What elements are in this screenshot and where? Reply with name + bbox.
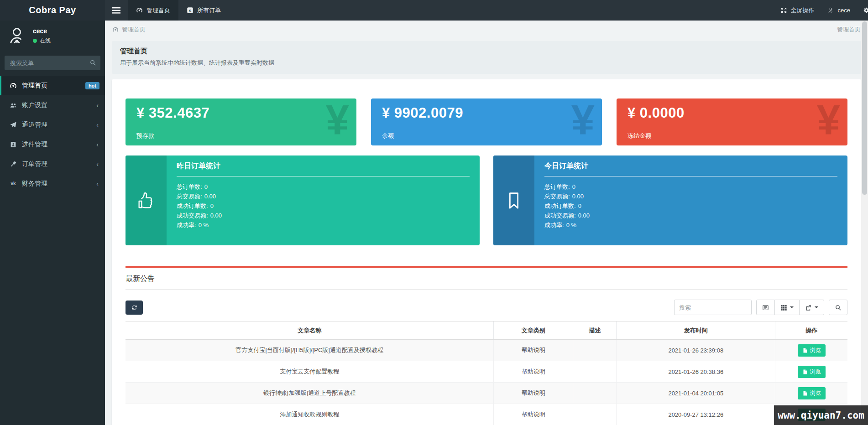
sidebar-menu: 管理首页 hot 账户设置 ‹ 通道管理 ‹ 进件管理 ‹ 订单管理 ‹ vk … (0, 76, 105, 193)
vk-icon: vk (10, 180, 17, 187)
sidebar-item-dashboard[interactable]: 管理首页 hot (0, 76, 105, 95)
table-row: 添加通知收款规则教程 帮助说明 2020-09-27 13:12:26 浏览 (125, 404, 847, 425)
id-card-icon (10, 141, 17, 148)
sidebar-user-panel: cece 在线 (0, 21, 105, 52)
table-toolbar (125, 300, 847, 315)
col-actions[interactable]: 操作 (775, 321, 847, 340)
table-header-row: 文章名称 文章类别 描述 发布时间 操作 (125, 321, 847, 340)
file-icon (802, 347, 808, 353)
sidebar-item-label: 财务管理 (22, 180, 47, 188)
col-description[interactable]: 描述 (573, 321, 617, 340)
search-button[interactable] (829, 300, 847, 315)
view-button[interactable]: 浏览 (798, 344, 826, 357)
main-content: 管理首页 管理首页 管理首页 用于展示当前系统中的统计数据、统计报表及重要实时数… (105, 21, 868, 425)
sidebar-item-label: 账户设置 (22, 101, 47, 109)
article-name: 官方支付宝[当面付版]/[H5版]/[PC版]通道配置及授权教程 (125, 340, 494, 361)
grid-columns-icon (780, 304, 787, 311)
search-icon[interactable] (89, 59, 96, 66)
breadcrumb-current[interactable]: 管理首页 (122, 26, 146, 34)
yen-icon: ¥ (326, 98, 349, 144)
sidebar-item-label: 管理首页 (22, 82, 47, 90)
settings-button[interactable] (857, 0, 868, 21)
sidebar-item-finance[interactable]: vk 财务管理 ‹ (0, 174, 105, 193)
tachometer-icon (136, 7, 143, 14)
publish-time: 2021-01-04 20:01:05 (617, 383, 775, 404)
view-button[interactable]: 浏览 (798, 366, 826, 378)
red-divider (125, 266, 847, 268)
topbar-tab-dashboard[interactable]: 管理首页 (128, 0, 178, 21)
article-desc (573, 340, 617, 361)
chevron-down-icon (790, 306, 794, 308)
paper-plane-icon (10, 121, 17, 129)
publish-time: 2021-01-26 20:38:36 (617, 361, 775, 383)
col-publish-time[interactable]: 发布时间 (617, 321, 775, 340)
refresh-button[interactable] (125, 301, 143, 315)
page-subtitle: 用于展示当前系统中的统计数据、统计报表及重要实时数据 (120, 59, 853, 67)
publish-time: 2021-01-26 23:39:08 (617, 340, 775, 361)
topbar-tab-label: 管理首页 (146, 6, 170, 15)
sidebar-item-account[interactable]: 账户设置 ‹ (0, 95, 105, 115)
app-logo[interactable]: Cobra Pay (0, 0, 105, 21)
sidebar-item-orders[interactable]: 订单管理 ‹ (0, 154, 105, 174)
col-article-category[interactable]: 文章类别 (494, 321, 573, 340)
scrollbar-thumb[interactable] (862, 21, 867, 195)
article-category: 帮助说明 (494, 361, 573, 383)
stat-card-deposit[interactable]: ¥ 352.4637 预存款 ¥ (125, 98, 356, 145)
stat-label: 预存款 (136, 132, 154, 140)
stat-card-frozen[interactable]: ¥ 0.0000 冻结金额 ¥ (617, 98, 847, 145)
sidebar-item-label: 进件管理 (22, 140, 47, 149)
panel-today-orders: 今日订单统计 总订单数:0 总交易额:0.00 成功订单数:0 成功交易额:0.… (493, 155, 847, 245)
breadcrumb: 管理首页 管理首页 (105, 21, 868, 39)
hot-badge: hot (85, 82, 99, 89)
chevron-left-icon: ‹ (96, 180, 99, 187)
yen-icon: ¥ (817, 98, 840, 144)
panel-title: 昨日订单统计 (177, 161, 470, 176)
sidebar-user-status: 在线 (40, 37, 51, 45)
table-row: 官方支付宝[当面付版]/[H5版]/[PC版]通道配置及授权教程 帮助说明 20… (125, 340, 847, 361)
tachometer-icon (10, 82, 17, 89)
fullscreen-label: 全屏操作 (791, 6, 815, 15)
page-header: 管理首页 用于展示当前系统中的统计数据、统计报表及重要实时数据 (112, 41, 861, 74)
svg-text:vk: vk (10, 181, 16, 186)
view-button[interactable]: 浏览 (798, 387, 826, 399)
sidebar: Cobra Pay cece 在线 管理首页 hot 账户设置 ‹ 通道管理 ‹ (0, 0, 105, 425)
divider (125, 289, 847, 290)
fullscreen-button[interactable]: 全屏操作 (774, 0, 821, 21)
table-view-buttons (756, 300, 824, 315)
sidebar-item-onboarding[interactable]: 进件管理 ‹ (0, 135, 105, 154)
refresh-icon (131, 304, 138, 311)
gear-icon (863, 7, 868, 14)
chevron-left-icon: ‹ (96, 141, 99, 148)
menu-search-input[interactable] (5, 56, 100, 70)
yen-icon: ¥ (571, 98, 595, 144)
topbar-username: cece (838, 7, 850, 14)
detail-view-button[interactable] (756, 300, 775, 315)
sidebar-item-label: 通道管理 (22, 121, 47, 129)
list-view-icon (762, 304, 769, 311)
col-article-name[interactable]: 文章名称 (125, 321, 494, 340)
vertical-scrollbar[interactable] (861, 21, 868, 425)
hamburger-icon[interactable] (105, 0, 128, 21)
sidebar-item-channels[interactable]: 通道管理 ‹ (0, 115, 105, 135)
chevron-down-icon (815, 306, 818, 308)
orders-square-icon: K (187, 7, 193, 14)
stat-amount: ¥ 9902.0079 (382, 105, 602, 121)
table-row: 银行转账[加强版]通道上号配置教程 帮助说明 2021-01-04 20:01:… (125, 383, 847, 404)
stat-label: 冻结金额 (627, 132, 651, 140)
watermark: www.qiyuan7.com (774, 405, 868, 425)
export-icon (805, 304, 812, 311)
export-button[interactable] (800, 300, 824, 315)
stat-label: 余额 (382, 132, 394, 140)
topbar-tab-all-orders[interactable]: K 所有订单 (178, 0, 229, 21)
topbar-tab-label: 所有订单 (197, 6, 221, 15)
dashboard-card: ¥ 352.4637 预存款 ¥ ¥ 9902.0079 余额 ¥ ¥ 0.00… (112, 79, 861, 425)
stat-card-balance[interactable]: ¥ 9902.0079 余额 ¥ (371, 98, 602, 145)
table-search-input[interactable] (674, 300, 752, 315)
file-icon (802, 369, 808, 375)
search-icon (835, 304, 842, 311)
breadcrumb-right[interactable]: 管理首页 (837, 26, 861, 34)
topbar-user-button[interactable]: cece (821, 0, 857, 21)
columns-button[interactable] (775, 300, 800, 315)
bookmark-icon (503, 190, 524, 211)
article-name: 添加通知收款规则教程 (125, 404, 494, 425)
